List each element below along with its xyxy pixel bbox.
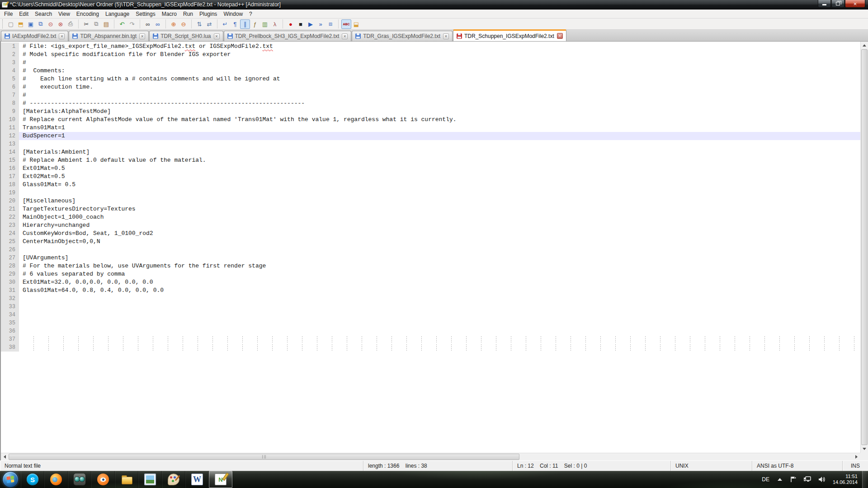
- code-line[interactable]: 1 # File: <igs_export_file_name>_IGSExpM…: [1, 42, 860, 51]
- scroll-up-icon[interactable]: [861, 42, 868, 49]
- tab-tdr-prellbock[interactable]: TDR_Prellbock_SH3_IGS_ExpModFile2.txt ×: [224, 31, 352, 41]
- menu-item[interactable]: Run: [180, 10, 196, 18]
- tab-close-icon[interactable]: ×: [59, 33, 65, 39]
- show-indent-guide-button[interactable]: ∥: [240, 19, 250, 29]
- toolbar-separator[interactable]: [189, 19, 192, 28]
- toolbar-separator[interactable]: [163, 19, 166, 28]
- toolbar-separator[interactable]: [335, 19, 339, 28]
- toolbar-separator[interactable]: [75, 19, 79, 28]
- menu-item[interactable]: Window: [220, 10, 246, 18]
- save-file-button[interactable]: ▣: [26, 19, 36, 29]
- code-line[interactable]: 8 # ------------------------------------…: [1, 99, 860, 108]
- copy-button[interactable]: ⧉: [91, 19, 101, 29]
- code-line[interactable]: 27 [UVArguments]: [1, 254, 860, 262]
- action-center-flag-icon[interactable]: [790, 476, 797, 483]
- language-indicator[interactable]: DE: [758, 476, 773, 483]
- menu-item[interactable]: File: [1, 10, 16, 18]
- menu-item[interactable]: Edit: [16, 10, 32, 18]
- clock[interactable]: 11:51 14.06.2014: [833, 474, 858, 485]
- code-line[interactable]: 2 # Model specific modification file for…: [1, 51, 860, 59]
- code-line[interactable]: 30 Ext01Mat=32.0, 0.0,0.0, 0.0, 0.0, 0.0: [1, 278, 860, 286]
- paste-button[interactable]: ▤: [101, 19, 111, 29]
- tab-close-icon[interactable]: ×: [557, 33, 563, 39]
- tab-tdr-schuppen[interactable]: TDR_Schuppen_IGSExpModFile2.txt ×: [453, 29, 566, 41]
- document-map-button[interactable]: ▥: [260, 19, 270, 29]
- tab-close-icon[interactable]: ×: [443, 33, 449, 39]
- firefox-taskbar-button[interactable]: [44, 471, 68, 488]
- menu-item[interactable]: Language: [102, 10, 132, 18]
- tab-tdr-gras[interactable]: TDR_Gras_IGSExpModFile2.txt ×: [352, 31, 453, 41]
- replace-button[interactable]: ∞: [153, 19, 163, 29]
- skype-taskbar-button[interactable]: S: [21, 471, 44, 488]
- paint-taskbar-button[interactable]: [162, 471, 185, 488]
- code-line[interactable]: 5 # Each line starting with a # contains…: [1, 75, 860, 83]
- code-line[interactable]: 6 # execution time.: [1, 83, 860, 91]
- zoom-in-button[interactable]: ⊕: [169, 19, 179, 29]
- code-line[interactable]: 14 [Materials:Ambient]: [1, 148, 860, 156]
- show-desktop-button[interactable]: [862, 471, 868, 488]
- code-line[interactable]: 23 Hierarchy=unchanged: [1, 221, 860, 230]
- code-line[interactable]: 7 #: [1, 91, 860, 99]
- tab-tdr-abspanner[interactable]: TDR_Abspanner.bin.tgt ×: [69, 31, 149, 41]
- code-line[interactable]: 22 MainObject=1_1000_coach: [1, 213, 860, 221]
- hidden-icons-icon[interactable]: [778, 478, 782, 481]
- doc-peek-button[interactable]: ⬓: [351, 19, 361, 29]
- macro-play-button[interactable]: ▶: [306, 19, 316, 29]
- text-editor[interactable]: 1 # File: <igs_export_file_name>_IGSExpM…: [0, 42, 868, 460]
- zoom-out-button[interactable]: ⊖: [179, 19, 189, 29]
- horizontal-scrollbar[interactable]: [1, 453, 860, 460]
- code-line[interactable]: 11 Trans01Mat=1: [1, 124, 860, 132]
- vertical-scrollbar[interactable]: [860, 42, 868, 453]
- menu-item[interactable]: Settings: [132, 10, 158, 18]
- menu-item[interactable]: Plugins: [196, 10, 220, 18]
- new-file-button[interactable]: ▢: [6, 19, 16, 29]
- function-list-button[interactable]: ƒ: [250, 19, 260, 29]
- scroll-left-icon[interactable]: [1, 453, 9, 460]
- code-line[interactable]: 19: [1, 189, 860, 197]
- blender-taskbar-button[interactable]: [91, 471, 115, 488]
- code-line[interactable]: 31 Glass01Mat=64.0, 0.8, 0.4, 0.0, 0.0, …: [1, 286, 860, 295]
- code-line[interactable]: 17 Ext02Mat=0.5: [1, 173, 860, 181]
- code-line[interactable]: 13: [1, 140, 860, 148]
- code-line[interactable]: 37: [1, 335, 860, 343]
- minimize-button[interactable]: [818, 0, 831, 8]
- open-file-button[interactable]: ⬒: [16, 19, 26, 29]
- code-line[interactable]: 35: [1, 319, 860, 327]
- word-taskbar-button[interactable]: W: [185, 471, 209, 488]
- menu-item[interactable]: ?: [246, 10, 255, 18]
- explorer-taskbar-button[interactable]: [115, 471, 138, 488]
- find-button[interactable]: ∞: [143, 19, 153, 29]
- print-button[interactable]: ⎙: [66, 19, 75, 29]
- menu-item[interactable]: Macro: [159, 10, 180, 18]
- tab-close-icon[interactable]: ×: [342, 33, 348, 39]
- menu-item[interactable]: Encoding: [73, 10, 102, 18]
- code-line[interactable]: 15 # Replace Ambient 1.0 default value o…: [1, 156, 860, 164]
- spell-check-button[interactable]: ABC: [341, 19, 351, 29]
- start-button[interactable]: [2, 471, 19, 488]
- network-icon[interactable]: [803, 476, 811, 483]
- sync-vertical-scroll-button[interactable]: ⇅: [194, 19, 204, 29]
- code-line[interactable]: 9 [Materials:AlphaTestMode]: [1, 108, 860, 116]
- code-line[interactable]: 29 # 6 values separated by comma: [1, 270, 860, 278]
- code-line[interactable]: 25 CenterMainObject=0,0,N: [1, 238, 860, 246]
- code-line[interactable]: 16 Ext01Mat=0.5: [1, 164, 860, 173]
- code-line[interactable]: 10 # Replace current AlphaTestMode value…: [1, 116, 860, 124]
- redo-button[interactable]: ↷: [127, 19, 137, 29]
- binoculars-viewer-taskbar-button[interactable]: [68, 471, 91, 488]
- tab-close-icon[interactable]: ×: [214, 33, 220, 39]
- notepadpp-taskbar-button[interactable]: N: [209, 471, 232, 488]
- doc-switcher-button[interactable]: λ: [270, 19, 280, 29]
- code-line[interactable]: 34: [1, 311, 860, 319]
- sync-horizontal-scroll-button[interactable]: ⇄: [204, 19, 214, 29]
- cut-button[interactable]: ✂: [81, 19, 91, 29]
- tab-iaexpmodfile2[interactable]: IAExpModFile2.txt ×: [1, 31, 68, 41]
- vertical-scrollbar-thumb[interactable]: [861, 49, 868, 445]
- macro-run-multiple-button[interactable]: »: [316, 19, 326, 29]
- scroll-down-icon[interactable]: [861, 445, 868, 453]
- code-line[interactable]: 4 # Comments:: [1, 67, 860, 75]
- code-line[interactable]: 21 TargetTexturesDirectory=Textures: [1, 205, 860, 213]
- tab-tdr-script-sh0[interactable]: TDR_Script_SH0.lua ×: [149, 31, 223, 41]
- horizontal-scrollbar-thumb[interactable]: [9, 454, 519, 460]
- code-line[interactable]: 26: [1, 246, 860, 254]
- toolbar-separator[interactable]: [280, 19, 283, 28]
